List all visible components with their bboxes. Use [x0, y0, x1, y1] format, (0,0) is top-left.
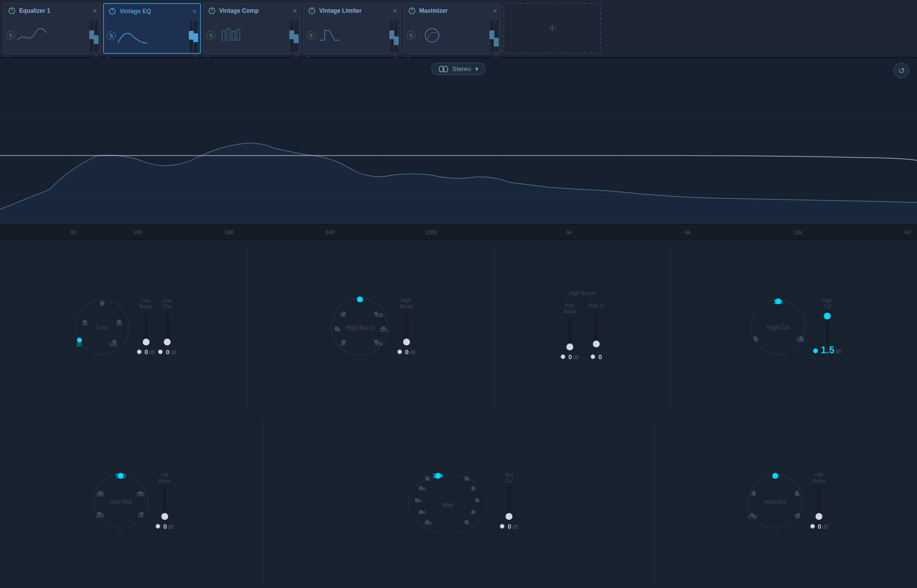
high-mid-dial-wrap[interactable]: High-Mid 3k 2k 4k 1.5k 5k	[743, 469, 807, 533]
spectrum-toolbar: Stereo ▾	[431, 63, 485, 75]
svg-point-52	[334, 326, 338, 330]
high-boost-2-value: 0	[568, 353, 572, 361]
s-button-maximizer[interactable]: S	[407, 31, 415, 40]
close-vintage-eq[interactable]: ✕	[192, 8, 197, 15]
svg-point-38	[100, 302, 104, 306]
high-q-fader[interactable]: High Q 0	[588, 300, 604, 364]
s-button-vintage-comp[interactable]: S	[206, 31, 215, 40]
low-band-pair: Low 30 45 60 100 20	[70, 295, 177, 359]
svg-text:High Cut: High Cut	[766, 324, 790, 331]
s-button-vintage-eq[interactable]: S	[107, 31, 116, 40]
high-boost-2-fader[interactable]: HighBoost 0 dB	[560, 300, 579, 364]
lm-boost-dot	[155, 524, 160, 529]
close-maximizer[interactable]: ✕	[492, 7, 498, 15]
high-boost-2-unit: dB	[573, 355, 579, 360]
svg-point-39	[117, 319, 121, 323]
hm-boost-unit: dB	[822, 524, 828, 530]
high-cut-fader-track[interactable]	[825, 310, 829, 344]
plugin-slot-maximizer[interactable]: Maximizer ✕ S ≡ ⠿	[403, 3, 501, 54]
low-boost-dot	[137, 349, 142, 354]
svg-text:Low: Low	[97, 324, 107, 331]
low-boost-thumb[interactable]	[143, 339, 150, 345]
low-mid-dial-svg: Low-Mid 500 300 700 200 1k	[89, 469, 153, 533]
high-boost-2-thumb[interactable]	[566, 343, 573, 350]
svg-point-91	[425, 476, 429, 480]
hm-boost-fader[interactable]: HMBoost 0 dB	[810, 469, 828, 533]
high-q-dot	[590, 354, 595, 359]
high-cut-fader[interactable]: HighCut 1.5 dB	[813, 295, 841, 359]
low-boost-fader[interactable]: LowBoost 0 dB	[137, 295, 155, 359]
high-boost-1-dot	[397, 349, 402, 354]
high-boost-1-dial-wrap[interactable]: High Boost 8k 5k 4k 3k 10k 12k 16k	[326, 293, 394, 361]
s-button-eq1[interactable]: S	[6, 31, 15, 40]
high-mid-block: High-Mid 3k 2k 4k 1.5k 5k	[655, 419, 917, 584]
low-cut-track[interactable]	[165, 312, 169, 346]
mid-cut-track[interactable]	[507, 486, 511, 520]
hm-boost-thumb[interactable]	[815, 513, 822, 520]
visual-vintage-limiter	[317, 25, 347, 45]
low-boost-track[interactable]	[144, 312, 148, 346]
low-cut-fader[interactable]: LowCut 0 dB	[158, 295, 176, 359]
hz-unit-label: Hz	[905, 229, 911, 235]
lm-boost-label: LMBoost	[158, 472, 171, 484]
plugin-slot-vintage-limiter[interactable]: Vintage Limiter ✕ S ≡ ⠿	[303, 3, 401, 54]
close-vintage-limiter[interactable]: ✕	[392, 7, 398, 15]
plugin-slot-vintage-comp[interactable]: Vintage Comp ✕ S	[203, 3, 301, 54]
high-cut-dial-wrap[interactable]: High Cut 10k 5k 20k	[746, 295, 810, 359]
high-q-label: High Q	[588, 303, 604, 309]
mid-dial-wrap[interactable]: Mid 1.5k 1k 700 500 300 200 2k 3k	[399, 467, 497, 536]
mid-cut-fader[interactable]: MidCut 0 dB	[500, 469, 518, 533]
slot-title-vintage-comp: Vintage Comp	[219, 7, 258, 14]
low-cut-thumb[interactable]	[164, 339, 171, 345]
close-eq1[interactable]: ✕	[92, 7, 98, 15]
power-icon-vintage-eq[interactable]	[107, 6, 118, 17]
svg-point-54	[374, 312, 378, 316]
lm-boost-fader[interactable]: LMBoost 0 dB	[155, 469, 174, 533]
power-icon-vintage-limiter[interactable]	[306, 5, 317, 16]
low-dial-wrap[interactable]: Low 30 45 60 100 20	[70, 295, 134, 359]
freq-axis: 60 100 300 600 1000 3k 6k 10k Hz	[0, 224, 917, 240]
high-boost-1-thumb[interactable]	[403, 339, 410, 345]
slot-title-vintage-eq: Vintage EQ	[120, 8, 151, 15]
plugin-slot-vintage-eq[interactable]: Vintage EQ ✕ S ≡ ⠿	[103, 3, 201, 54]
close-vintage-comp[interactable]: ✕	[292, 7, 298, 15]
visual-eq1	[17, 25, 47, 45]
high-q-value: 0	[598, 353, 602, 361]
add-plugin-button[interactable]: +	[503, 3, 601, 54]
svg-point-72	[118, 473, 124, 479]
svg-point-63	[753, 336, 757, 340]
freq-tick-600: 600	[326, 229, 334, 235]
stereo-dropdown-arrow[interactable]: ▾	[475, 65, 479, 73]
low-cut-dot	[158, 349, 163, 354]
power-icon-eq1[interactable]	[6, 5, 17, 16]
hm-boost-track[interactable]	[817, 486, 821, 520]
s-button-vintage-limiter[interactable]: S	[306, 31, 315, 40]
high-boost-1-unit: dB	[409, 350, 415, 355]
lm-boost-track[interactable]	[163, 486, 167, 520]
lm-boost-thumb[interactable]	[161, 513, 168, 520]
mid-cut-thumb[interactable]	[506, 513, 512, 520]
freq-tick-60: 60	[70, 229, 76, 235]
stereo-select[interactable]: Stereo ▾	[431, 63, 485, 75]
lm-boost-unit: dB	[168, 524, 174, 530]
svg-point-50	[357, 296, 363, 302]
plugin-slot-eq1[interactable]: Equalizer 1 ✕ S ≡ ⠿	[3, 3, 101, 54]
low-cut-label: LowCut	[163, 298, 172, 310]
low-mid-dial-wrap[interactable]: Low-Mid 500 300 700 200 1k	[89, 469, 153, 533]
faders-maximizer	[490, 18, 498, 52]
high-boost-2-track[interactable]	[568, 317, 572, 351]
power-icon-vintage-comp[interactable]	[206, 5, 217, 16]
svg-point-108	[772, 473, 778, 479]
svg-point-94	[419, 510, 423, 514]
high-boost-1-pair: High Boost 8k 5k 4k 3k 10k 12k 16k	[326, 293, 415, 361]
freq-tick-1000: 1000	[425, 229, 437, 235]
high-q-thumb[interactable]	[593, 341, 600, 347]
stereo-label: Stereo	[452, 65, 471, 73]
high-q-track[interactable]	[594, 314, 598, 348]
high-boost-1-track[interactable]	[405, 312, 408, 346]
faders-vintage-comp	[290, 18, 298, 52]
high-cut-thumb[interactable]	[824, 313, 831, 319]
high-boost-1-fader[interactable]: HighBoost 0 dB	[397, 295, 415, 359]
high-boost-1-block: High Boost 8k 5k 4k 3k 10k 12k 16k	[247, 245, 494, 409]
power-icon-maximizer[interactable]	[407, 5, 417, 16]
